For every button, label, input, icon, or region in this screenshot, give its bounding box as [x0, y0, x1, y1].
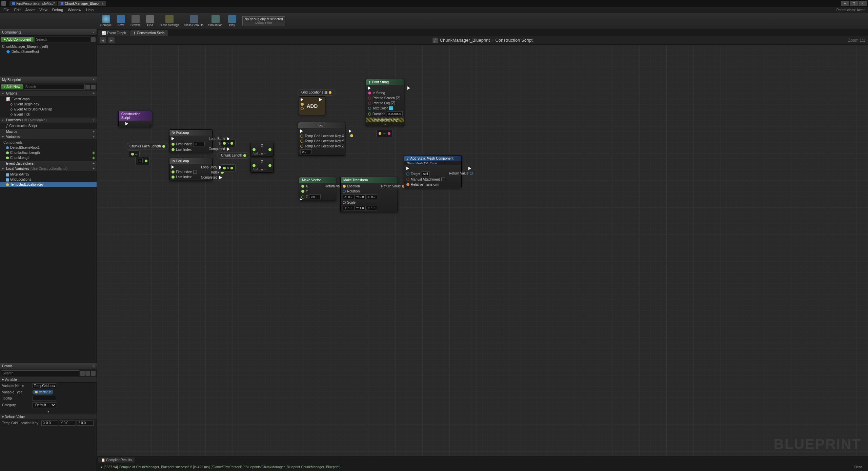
local-grid-locations[interactable]: ▦GridLocations — [0, 177, 97, 182]
filter-icon[interactable] — [91, 85, 96, 89]
expand-icon[interactable]: ▾ — [0, 409, 97, 414]
components-panel-header[interactable]: Components× — [0, 29, 97, 36]
local-temp-grid-key[interactable]: TempGridLocationKey — [0, 182, 97, 187]
category-variables[interactable]: ▾Variables+ — [0, 134, 97, 139]
section-default[interactable]: ▾ Default Value — [0, 414, 97, 420]
search-icon[interactable] — [91, 37, 96, 42]
component-scene-root[interactable]: 🔷 DefaultSceneRoot — [0, 49, 97, 54]
plus-icon[interactable]: + — [93, 135, 95, 139]
menu-edit[interactable]: Edit — [12, 7, 23, 13]
plus-icon[interactable]: + — [93, 91, 95, 95]
nav-back-button[interactable]: ◄ — [100, 37, 106, 43]
default-y-input[interactable]: Y0.0 — [59, 421, 76, 426]
event-overlap[interactable]: ◇ Event ActorBeginOverlap — [0, 107, 97, 112]
menu-help[interactable]: Help — [84, 7, 96, 13]
maximize-button[interactable]: □ — [850, 1, 858, 6]
details-search-input[interactable] — [1, 370, 79, 376]
node-multiply-1[interactable]: X Add pin + — [250, 142, 274, 157]
menu-file[interactable]: File — [1, 7, 12, 13]
subcat-components[interactable]: Components — [0, 140, 97, 145]
class-settings-button[interactable]: Class Settings — [158, 14, 181, 27]
node-make-vector[interactable]: Make Vector X Y Z 0.0 Return Value — [299, 177, 336, 201]
breadcrumb[interactable]: ƒ ChunkManager_Blueprint›Construction Sc… — [432, 38, 533, 43]
tooltip-input[interactable] — [33, 396, 56, 401]
play-button[interactable]: Play — [225, 14, 239, 27]
node-make-transform[interactable]: Make Transform Location Rotation X: 0.0Y… — [340, 177, 398, 212]
save-button[interactable]: Save — [114, 14, 128, 27]
category-macros[interactable]: Macros+ — [0, 129, 97, 134]
category-functions[interactable]: ▾Functions (18 Overridable)+ — [0, 118, 97, 123]
node-array-add[interactable]: ADD — [299, 96, 325, 115]
node-add-static-mesh[interactable]: ƒ Add Static Mesh Component Static Mesh … — [404, 155, 462, 188]
node-set[interactable]: SET Temp Grid Location Key X Temp Grid L… — [298, 122, 345, 156]
graph-eventgraph[interactable]: 📊 EventGraph — [0, 97, 97, 102]
eye-icon[interactable]: ◉ — [92, 151, 95, 155]
my-blueprint-header[interactable]: My Blueprint× — [0, 77, 97, 83]
category-graphs[interactable]: ▾Graphs+ — [0, 91, 97, 96]
default-x-input[interactable]: X0.0 — [41, 421, 58, 426]
node-multiply-2[interactable]: X Add pin + — [250, 158, 274, 173]
blueprint-search-input[interactable] — [24, 84, 85, 90]
node-forloop-2[interactable]: ↻ ForLoop First Index Last Index Loop Bo… — [169, 158, 213, 181]
variable-type-dropdown[interactable]: Vector ▾ — [33, 390, 53, 394]
event-beginplay[interactable]: ◇ Event BeginPlay — [0, 102, 97, 107]
menu-window[interactable]: Window — [66, 7, 83, 13]
eye-icon[interactable] — [91, 371, 96, 376]
close-icon[interactable]: × — [93, 364, 95, 368]
local-my-grid-array[interactable]: ▦MyGridArray — [0, 172, 97, 177]
var-chunk-length[interactable]: ChunkLength◉ — [0, 155, 97, 160]
category-locals[interactable]: ▾Local Variables (UserConstructionScript… — [0, 166, 97, 171]
compile-button[interactable]: Compile — [98, 14, 114, 27]
event-tick[interactable]: ◇ Event Tick — [0, 112, 97, 117]
node-mult-reroute-2[interactable]: × — [221, 164, 236, 172]
window-tab-blueprint[interactable]: ChunkManager_Blueprint — [58, 1, 106, 6]
search-icon[interactable] — [85, 85, 90, 89]
plus-icon[interactable]: + — [93, 130, 95, 134]
compiler-results-tab[interactable]: 📋 Compiler Results — [98, 457, 135, 463]
node-vec-to-string[interactable]: → — [376, 130, 393, 137]
node-print-string[interactable]: ƒ Print String In String Print to Screen… — [366, 79, 404, 126]
function-construction[interactable]: ƒ ConstructionScript — [0, 123, 97, 128]
var-scene-root[interactable]: DefaultSceneRoot1 — [0, 145, 97, 150]
simulation-button[interactable]: Simulation — [206, 14, 225, 27]
nav-forward-button[interactable]: ► — [108, 37, 115, 43]
var-chunks-each-length[interactable]: ChunksEachLength◉ — [0, 150, 97, 155]
close-icon[interactable]: × — [93, 30, 95, 34]
category-dispatchers[interactable]: Event Dispatchers+ — [0, 161, 97, 166]
node-construction-script[interactable]: Construction Script — [118, 111, 152, 127]
debug-object-dropdown[interactable]: No debug object selected Debug Filter — [242, 16, 285, 25]
node-forloop-1[interactable]: ↻ ForLoop First Index 0 Last Index Loop … — [169, 129, 213, 153]
graph-canvas[interactable]: Construction Script Chunks Each Length C… — [97, 45, 868, 456]
minimize-button[interactable]: – — [841, 1, 849, 6]
search-icon[interactable] — [80, 371, 85, 376]
category-dropdown[interactable]: Default — [33, 402, 56, 408]
node-mult-reroute-1[interactable]: × — [221, 140, 236, 147]
plus-icon[interactable]: + — [93, 118, 95, 122]
plus-icon[interactable]: + — [93, 167, 95, 170]
menu-debug[interactable]: Debug — [50, 7, 65, 13]
class-defaults-button[interactable]: Class Defaults — [182, 14, 206, 27]
menu-view[interactable]: View — [37, 7, 49, 13]
browse-button[interactable]: Browse — [128, 14, 143, 27]
var-pill-chunks-each-length[interactable]: Chunks Each Length — [126, 143, 169, 149]
var-pill-grid-locations[interactable]: Grid Locations ▦ — [298, 89, 335, 96]
clear-button[interactable]: Clear — [851, 465, 865, 470]
add-new-button[interactable]: + Add New — [1, 84, 23, 89]
close-button[interactable]: × — [859, 1, 867, 6]
tab-construction-script[interactable]: ƒ Construction Scrip — [130, 30, 168, 36]
section-variable[interactable]: ▾ Variable — [0, 377, 97, 383]
default-z-input[interactable]: Z0.0 — [77, 421, 94, 426]
components-search-input[interactable] — [34, 37, 90, 42]
component-root[interactable]: ChunkManager_Blueprint(self) — [0, 44, 97, 49]
eye-icon[interactable]: ◉ — [92, 156, 95, 160]
variable-name-input[interactable] — [33, 383, 56, 388]
node-literal-one[interactable]: 1 — [135, 157, 150, 165]
tab-event-graph[interactable]: 📊 Event Graph — [98, 30, 129, 36]
close-icon[interactable]: × — [93, 78, 95, 82]
find-button[interactable]: Find — [143, 14, 157, 27]
details-header[interactable]: Details× — [0, 363, 97, 369]
matrix-icon[interactable] — [85, 371, 90, 376]
window-tab-level[interactable]: FirstPersonExampleMap* — [9, 1, 57, 6]
plus-icon[interactable]: + — [93, 162, 95, 165]
menu-asset[interactable]: Asset — [23, 7, 37, 13]
